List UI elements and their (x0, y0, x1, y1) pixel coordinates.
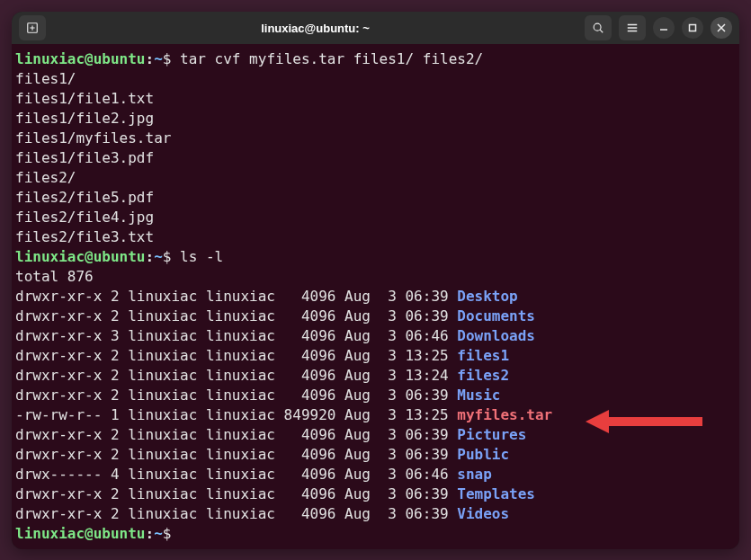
titlebar: linuxiac@ubuntu: ~ (12, 12, 739, 44)
terminal-line: drwxr-xr-x 2 linuxiac linuxiac 4096 Aug … (15, 307, 736, 326)
terminal-line: files2/ (15, 168, 736, 188)
svg-rect-2 (690, 25, 696, 31)
terminal-line: drwxr-xr-x 2 linuxiac linuxiac 4096 Aug … (15, 386, 736, 405)
terminal-window: linuxiac@ubuntu: ~ linuxiac@ubuntu:~$ ta… (12, 12, 739, 549)
terminal-line: total 876 (15, 267, 736, 287)
terminal-line: drwxr-xr-x 2 linuxiac linuxiac 4096 Aug … (15, 366, 736, 386)
terminal-line: drwxr-xr-x 2 linuxiac linuxiac 4096 Aug … (15, 484, 736, 504)
minimize-button[interactable] (653, 17, 675, 39)
maximize-icon (688, 23, 697, 32)
highlight-arrow (586, 410, 702, 433)
terminal-line: files1/myfiles.tar (15, 129, 736, 148)
minimize-icon (659, 23, 668, 32)
terminal-line: drwxr-xr-x 2 linuxiac linuxiac 4096 Aug … (15, 287, 736, 307)
new-tab-button[interactable] (19, 15, 46, 40)
terminal-line: drwxr-xr-x 2 linuxiac linuxiac 4096 Aug … (15, 504, 736, 524)
terminal-line: drwxr-xr-x 2 linuxiac linuxiac 4096 Aug … (15, 346, 736, 366)
new-tab-icon (26, 22, 39, 34)
search-button[interactable] (585, 15, 612, 40)
terminal-line: drwx------ 4 linuxiac linuxiac 4096 Aug … (15, 465, 736, 484)
hamburger-icon (626, 22, 639, 34)
close-button[interactable] (711, 17, 732, 39)
terminal-line: files2/file4.jpg (15, 208, 736, 227)
terminal-line: files1/ (15, 69, 736, 89)
terminal-line: drwxr-xr-x 2 linuxiac linuxiac 4096 Aug … (15, 445, 736, 465)
maximize-button[interactable] (682, 17, 703, 39)
close-icon (717, 23, 726, 32)
terminal-line: files1/file2.jpg (15, 109, 736, 129)
terminal-line: linuxiac@ubuntu:~$ tar cvf myfiles.tar f… (15, 49, 736, 69)
terminal-line: files1/file1.txt (15, 89, 736, 109)
search-icon (592, 22, 604, 34)
terminal-line: linuxiac@ubuntu:~$ ls -l (15, 247, 736, 267)
terminal-line: files2/file5.pdf (15, 188, 736, 208)
menu-button[interactable] (619, 15, 646, 40)
terminal-line: files2/file3.txt (15, 227, 736, 247)
svg-point-1 (594, 23, 601, 31)
terminal-line: linuxiac@ubuntu:~$ (15, 524, 736, 544)
terminal-content[interactable]: linuxiac@ubuntu:~$ tar cvf myfiles.tar f… (12, 44, 739, 549)
window-title: linuxiac@ubuntu: ~ (51, 22, 579, 35)
terminal-line: drwxr-xr-x 3 linuxiac linuxiac 4096 Aug … (15, 326, 736, 346)
terminal-line: files1/file3.pdf (15, 148, 736, 168)
